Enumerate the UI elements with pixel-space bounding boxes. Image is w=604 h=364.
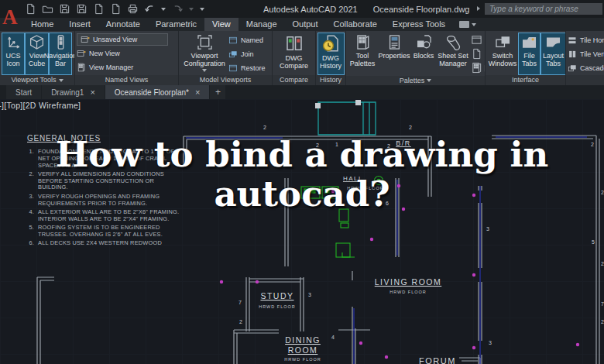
dwg-compare-icon: [285, 34, 304, 53]
ucs-axis-icon: [5, 34, 22, 50]
dwg-compare-button[interactable]: DWG Compare: [275, 33, 314, 75]
sheet-set-icon: [445, 34, 462, 50]
title-bar: A Autodesk AutoCAD 2021 Oceanside Floorp…: [0, 0, 604, 18]
cube-icon: [29, 34, 45, 50]
ribbon-display-toggle[interactable]: [459, 18, 476, 31]
plan-number: 2: [601, 261, 604, 266]
tab-manage[interactable]: Manage: [239, 18, 285, 31]
tab-collaborate[interactable]: Collaborate: [326, 18, 385, 31]
tab-annotate[interactable]: Annotate: [98, 18, 148, 31]
open-file-button[interactable]: [42, 4, 53, 15]
close-tab-icon[interactable]: ×: [195, 88, 200, 96]
layout-tabs-label: Layout Tabs: [541, 52, 565, 67]
undo-button[interactable]: [144, 4, 155, 15]
switch-windows-button[interactable]: Switch Windows: [487, 33, 518, 75]
restore-viewports-button[interactable]: Restore: [228, 61, 266, 74]
tool-palettes-button[interactable]: Tool Palettes: [348, 33, 377, 76]
note-item: 5.ROOFING SYSTEM IS TO BE ENGINEERED TRU…: [27, 225, 190, 239]
palette-mini-icon[interactable]: [471, 48, 482, 60]
properties-label: Properties: [378, 52, 410, 60]
tab-express-tools[interactable]: Express Tools: [385, 18, 453, 31]
plan-number: 3: [308, 292, 311, 297]
new-file-button[interactable]: [25, 4, 36, 15]
named-views-panel-label: Named Views: [75, 75, 178, 85]
navigation-bar-button[interactable]: Navigation Bar: [49, 33, 72, 75]
named-viewports-icon: [228, 36, 238, 45]
file-tab-bar: Start Drawing1× Oceanside Floorplan*× +: [0, 85, 604, 99]
drawing-area[interactable]: [-][Top][2D Wireframe]: [0, 99, 604, 364]
close-tab-icon[interactable]: ×: [90, 88, 94, 96]
room-label-study: STUDY: [260, 291, 293, 300]
room-label-dining1: DINING: [285, 335, 321, 345]
viewport-configuration-button[interactable]: Viewport Configuration: [180, 33, 228, 75]
plan-number: 4: [331, 335, 335, 340]
search-caret-icon[interactable]: [477, 6, 480, 11]
file-tab-drawing1[interactable]: Drawing1×: [42, 85, 105, 99]
plan-number: 2: [409, 125, 412, 130]
tab-home[interactable]: Home: [23, 18, 61, 31]
search-input[interactable]: Type a keyword or phrase: [485, 3, 602, 15]
tile-vertically-button[interactable]: Tile Vertically: [568, 47, 604, 60]
redo-dropdown-icon[interactable]: [189, 8, 194, 11]
print-button[interactable]: [127, 4, 138, 15]
viewport-controls[interactable]: [-][Top][2D Wireframe]: [0, 101, 81, 110]
file-tab-oceanside[interactable]: Oceanside Floorplan*×: [105, 85, 210, 99]
interface-panel-label: Interface: [486, 75, 565, 85]
tool-palettes-label: Tool Palettes: [348, 52, 376, 67]
switch-windows-icon: [495, 34, 511, 50]
window-title: Autodesk AutoCAD 2021 Oceanside Floorpla…: [263, 0, 469, 18]
view-manager-button[interactable]: View Manager: [77, 60, 168, 74]
dwg-history-button[interactable]: DWG History: [317, 33, 345, 75]
undo-dropdown-icon[interactable]: [161, 8, 166, 11]
window-panel-label: [566, 75, 604, 85]
restore-viewports-icon: [228, 64, 238, 73]
export-button[interactable]: [110, 4, 121, 15]
view-list-combo[interactable]: Unsaved View: [77, 33, 168, 46]
restore-viewports-label: Restore: [241, 64, 266, 72]
tab-parametric[interactable]: Parametric: [148, 18, 204, 31]
tab-output[interactable]: Output: [285, 18, 326, 31]
new-view-button[interactable]: New View: [77, 46, 168, 60]
file-tabs-icon: [521, 34, 537, 50]
blocks-button[interactable]: Blocks: [411, 33, 436, 76]
viewport-config-label: Viewport Configuration: [181, 52, 228, 67]
properties-button[interactable]: Properties: [377, 33, 411, 76]
plan-number: 2: [263, 125, 266, 130]
tile-vertical-label: Tile Vertically: [580, 50, 604, 58]
palette-mini-icon[interactable]: [471, 34, 482, 46]
palettes-panel-label[interactable]: Palettes: [346, 76, 485, 85]
join-viewports-button[interactable]: Join: [228, 47, 266, 60]
properties-icon: [386, 34, 403, 50]
tab-view[interactable]: View: [204, 18, 239, 31]
redo-button[interactable]: [172, 4, 183, 15]
tile-horizontally-button[interactable]: Tile Horizontally: [568, 33, 604, 46]
qat-customize-icon[interactable]: [200, 8, 204, 11]
view-manager-label: View Manager: [89, 64, 133, 71]
file-tab-start[interactable]: Start: [6, 85, 41, 99]
new-drawing-tab-button[interactable]: +: [210, 85, 225, 99]
ucs-icon-button[interactable]: UCS Icon: [2, 33, 25, 75]
save-as-button[interactable]: [76, 4, 87, 15]
ucs-icon-label: UCS Icon: [2, 52, 24, 67]
layout-tabs-button[interactable]: Layout Tabs: [541, 33, 566, 75]
new-view-label: New View: [89, 50, 120, 57]
blocks-label: Blocks: [414, 52, 434, 60]
tab-insert[interactable]: Insert: [61, 18, 98, 31]
viewport-tools-panel-label[interactable]: Viewport Tools: [0, 75, 74, 85]
sheet-set-manager-button[interactable]: Sheet Set Manager: [436, 33, 470, 76]
palette-mini-icon[interactable]: [471, 62, 482, 74]
panel-named-views: Unsaved View New View View Manager Named…: [75, 31, 179, 85]
cascade-icon: [568, 64, 577, 73]
viewport-config-dropdown-icon: [202, 69, 207, 72]
file-tabs-button[interactable]: File Tabs: [518, 33, 541, 75]
room-label-dining2: ROOM: [288, 345, 318, 355]
note-item: 6.ALL DECKS USE 2X4 WESTERN REDWOOD: [27, 240, 190, 247]
save-button[interactable]: [59, 4, 70, 15]
cascade-button[interactable]: Cascade: [568, 61, 604, 74]
named-viewports-button[interactable]: Named: [228, 33, 266, 46]
door-marker-icon: [576, 343, 579, 346]
door-marker-icon: [385, 355, 388, 359]
plot-button[interactable]: [93, 4, 104, 15]
file-tabs-label: File Tabs: [519, 52, 540, 67]
autocad-logo-icon[interactable]: A: [2, 5, 19, 31]
